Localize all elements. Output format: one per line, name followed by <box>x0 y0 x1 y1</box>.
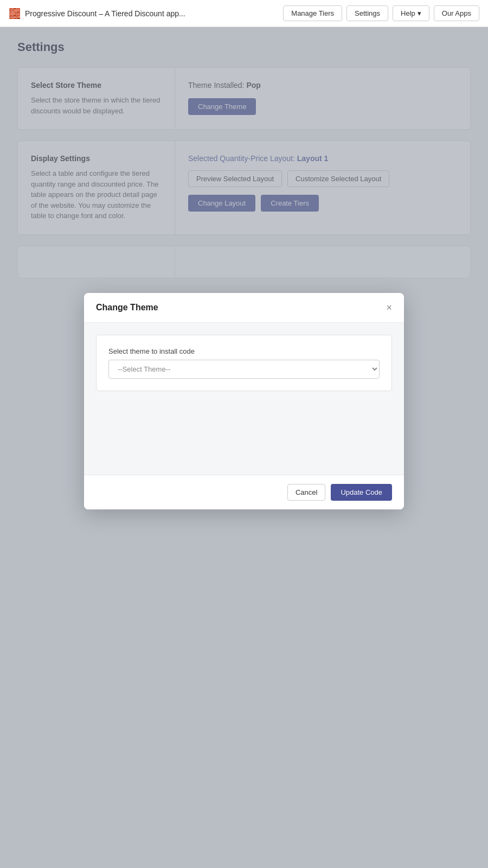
change-theme-modal: Change Theme × Select theme to install c… <box>84 293 404 509</box>
modal-header: Change Theme × <box>84 293 404 323</box>
brand: 🧱 Progressive Discount – A Tiered Discou… <box>9 8 279 20</box>
modal-inner-box: Select theme to install code --Select Th… <box>96 335 392 391</box>
help-chevron-icon: ▾ <box>418 9 421 17</box>
main-content: Settings Select Store Theme Select the s… <box>0 27 488 868</box>
brand-icon: 🧱 <box>9 8 21 20</box>
theme-select[interactable]: --Select Theme-- <box>108 360 380 379</box>
help-label: Help <box>401 9 415 17</box>
modal-close-button[interactable]: × <box>386 303 392 312</box>
cancel-button[interactable]: Cancel <box>287 484 325 501</box>
help-button[interactable]: Help ▾ <box>393 5 429 21</box>
manage-tiers-button[interactable]: Manage Tiers <box>283 5 342 21</box>
update-code-button[interactable]: Update Code <box>331 484 392 501</box>
our-apps-button[interactable]: Our Apps <box>434 5 479 21</box>
modal-title: Change Theme <box>96 303 158 312</box>
settings-button[interactable]: Settings <box>346 5 388 21</box>
topnav: 🧱 Progressive Discount – A Tiered Discou… <box>0 0 488 27</box>
select-theme-label: Select theme to install code <box>108 347 380 355</box>
brand-label: Progressive Discount – A Tiered Discount… <box>25 9 185 18</box>
modal-body: Select theme to install code --Select Th… <box>84 323 404 475</box>
modal-footer: Cancel Update Code <box>84 475 404 509</box>
